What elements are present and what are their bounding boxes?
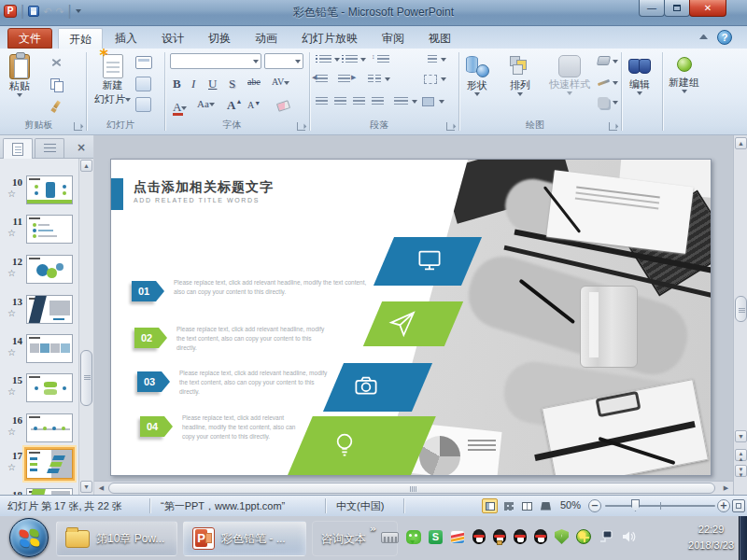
start-button[interactable] (9, 518, 49, 557)
close-button[interactable]: ✕ (689, 0, 726, 17)
item-02-badge[interactable]: 02 (134, 328, 159, 348)
scroll-down-icon[interactable]: ▼ (80, 481, 92, 493)
text-direction-icon[interactable] (428, 55, 437, 64)
slideshow-button[interactable] (538, 498, 554, 513)
vertical-scrollbar[interactable]: ▲ ▼ ▲▲ ▼▼ (733, 135, 747, 495)
reading-view-button[interactable] (519, 498, 535, 513)
reset-button[interactable] (135, 77, 151, 91)
shield-icon[interactable] (555, 529, 569, 544)
shape-effects-icon[interactable] (598, 97, 609, 108)
slide-thumbnail[interactable]: 16 ☆ (0, 413, 77, 449)
shape-outline-icon[interactable] (598, 79, 610, 86)
slide-thumbnail[interactable]: 10 ☆ (0, 175, 77, 211)
taskbar-button-folder[interactable]: 第10章 Pow... (56, 521, 177, 556)
previous-slide-button[interactable]: ▲▲ (735, 449, 747, 461)
slide-editing-area[interactable]: 点击添加相关标题文字 ADD RELATED TITLE WORDS 01 Pl… (110, 159, 712, 476)
numbering-icon[interactable] (345, 55, 358, 64)
horizontal-scrollbar-thumb[interactable] (108, 483, 715, 494)
item-02-text[interactable]: Please replace text, click add relevant … (176, 325, 328, 353)
columns-icon[interactable] (368, 75, 374, 84)
vertical-scrollbar-thumb[interactable] (735, 296, 747, 322)
horizontal-scrollbar[interactable]: ◀ ▶ (94, 481, 733, 495)
slide-14-thumbnail[interactable] (26, 334, 73, 363)
slide-thumbnail[interactable]: 12 ☆ (0, 255, 77, 290)
item-03-badge[interactable]: 03 (137, 371, 162, 392)
slide-12-thumbnail[interactable] (26, 255, 73, 284)
new-slide-button[interactable]: 新建 幻灯片 (94, 54, 131, 106)
item-01-badge[interactable]: 01 (132, 281, 156, 301)
chevron-up-icon[interactable] (699, 34, 708, 39)
slide-thumbnail-selected[interactable]: 17 ☆ (0, 449, 77, 486)
align-left-icon[interactable] (316, 97, 328, 106)
slide-thumbnail[interactable]: 15 ☆ (0, 373, 77, 409)
zoom-out-button[interactable]: − (588, 499, 601, 512)
tab-slides-thumbnails[interactable] (3, 138, 33, 159)
item-01-text[interactable]: Please replace text, click add relevant … (174, 278, 374, 297)
text-box-icon[interactable] (424, 75, 437, 84)
tab-review[interactable]: 审阅 (372, 28, 415, 49)
item-03-text[interactable]: Please replace text, click add relevant … (179, 369, 331, 397)
maximize-button[interactable] (664, 0, 690, 17)
theme-name[interactable]: “第一PPT，www.1ppt.com” (161, 499, 285, 513)
tab-home[interactable]: 开始 (58, 28, 103, 49)
qq-icon[interactable] (514, 529, 527, 544)
wechat-icon[interactable] (406, 530, 421, 544)
shrink-font-button[interactable]: A▼ (247, 100, 261, 110)
language-indicator[interactable]: 中文(中国) (336, 499, 384, 513)
slide-13-thumbnail[interactable] (26, 295, 73, 324)
slide-18-thumbnail[interactable] (26, 488, 73, 495)
taskbar-button-powerpoint[interactable]: 彩色铅笔 - ... (183, 521, 306, 556)
slide-thumbnail[interactable]: 14 ☆ (0, 334, 77, 370)
qq-icon[interactable] (534, 529, 547, 544)
new-group-button[interactable]: 新建组 (669, 57, 699, 93)
justify-icon[interactable] (372, 97, 384, 106)
copy-button[interactable] (50, 78, 66, 93)
shape-fill-icon[interactable] (597, 56, 611, 65)
font-dialog-launcher[interactable] (297, 122, 305, 131)
normal-view-button[interactable] (482, 498, 498, 513)
align-center-icon[interactable] (334, 97, 346, 106)
slide-thumbnail[interactable]: 18 (0, 488, 77, 495)
slide-thumbnail[interactable]: 11 ☆ (0, 215, 77, 250)
cut-button[interactable] (50, 56, 66, 71)
underline-button[interactable]: U (208, 77, 217, 91)
layout-button[interactable] (135, 56, 152, 69)
zoom-in-button[interactable]: + (717, 499, 730, 512)
scroll-up-icon[interactable]: ▲ (735, 137, 747, 149)
clear-formatting-button[interactable] (276, 100, 290, 112)
strikethrough-button[interactable]: abe (247, 77, 261, 87)
decrease-indent-icon[interactable] (316, 75, 328, 84)
panel-scrollbar-thumb[interactable] (80, 350, 92, 406)
volume-icon[interactable] (621, 529, 636, 544)
tab-view[interactable]: 视图 (418, 28, 461, 49)
italic-button[interactable]: I (191, 77, 195, 91)
item-04-text[interactable]: Please replace text, click add relevant … (182, 413, 302, 441)
line-spacing-icon[interactable] (377, 55, 389, 64)
tab-design[interactable]: 设计 (151, 28, 194, 49)
qq-icon[interactable] (472, 529, 486, 544)
slide-15-thumbnail[interactable] (26, 373, 73, 402)
network-icon[interactable] (599, 529, 613, 544)
tab-outline[interactable] (35, 138, 64, 159)
zoom-slider-thumb[interactable] (631, 499, 640, 511)
360-ball-icon[interactable] (576, 529, 591, 544)
minimize-button[interactable]: — (639, 0, 665, 17)
paste-button[interactable]: 粘贴 (9, 54, 30, 97)
show-hidden-icons-chevron[interactable]: » (370, 524, 376, 534)
sogou-icon[interactable]: S (429, 530, 443, 544)
increase-indent-icon[interactable] (338, 75, 350, 84)
taskbar-clock[interactable]: 22:29 2018/3/23 (688, 522, 734, 553)
format-painter-button[interactable] (50, 101, 66, 116)
slide-16-thumbnail[interactable] (26, 413, 73, 442)
bold-button[interactable]: B (173, 77, 181, 91)
bulb-parallelogram[interactable] (287, 416, 436, 476)
keyboard-icon[interactable] (381, 532, 399, 543)
font-color-button[interactable]: A (173, 100, 187, 114)
scroll-right-icon[interactable]: ▶ (720, 483, 732, 494)
quick-styles-button[interactable]: 快速样式 (549, 55, 590, 95)
tab-transitions[interactable]: 切换 (198, 28, 241, 49)
grow-font-button[interactable]: A▲ (227, 98, 242, 113)
slide-10-thumbnail[interactable] (26, 175, 73, 204)
arrange-button[interactable]: 排列 (508, 54, 532, 96)
character-spacing-button[interactable]: AV (272, 77, 289, 87)
